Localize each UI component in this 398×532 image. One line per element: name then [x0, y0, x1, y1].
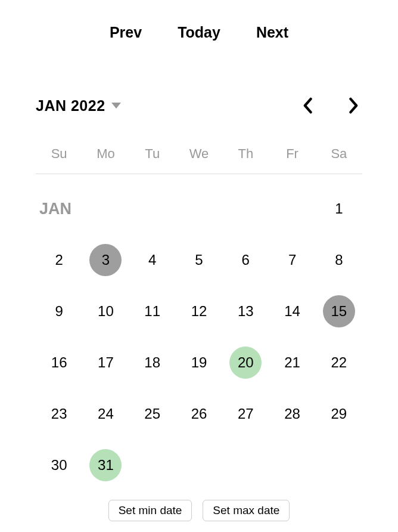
- day-number: 10: [89, 295, 122, 327]
- day-cell[interactable]: 16: [36, 346, 82, 379]
- day-number: 1: [323, 193, 355, 225]
- day-cell[interactable]: 11: [129, 295, 176, 328]
- day-cell[interactable]: 10: [82, 295, 129, 328]
- weekday-label: We: [176, 146, 222, 162]
- weekday-label: Tu: [129, 146, 176, 162]
- day-number: 25: [136, 398, 169, 430]
- day-number: 22: [323, 347, 355, 379]
- weekday-label: Mo: [82, 146, 129, 162]
- day-cell[interactable]: 13: [222, 295, 269, 328]
- day-cell[interactable]: 7: [269, 243, 315, 277]
- set-min-date-button[interactable]: Set min date: [108, 500, 192, 521]
- day-number: 26: [183, 398, 215, 430]
- day-cell[interactable]: 6: [222, 243, 269, 277]
- day-number: 23: [43, 398, 75, 430]
- day-cell[interactable]: 23: [36, 397, 82, 431]
- next-month-button[interactable]: [346, 95, 362, 116]
- day-cell[interactable]: 25: [129, 397, 176, 431]
- day-number: 7: [276, 244, 309, 276]
- prev-button[interactable]: Prev: [110, 24, 142, 41]
- day-number: 8: [323, 244, 355, 276]
- day-number: 24: [89, 398, 122, 430]
- day-cell[interactable]: 20: [222, 346, 269, 379]
- day-cell[interactable]: 4: [129, 243, 176, 277]
- day-cell[interactable]: 18: [129, 346, 176, 379]
- day-cell[interactable]: 19: [176, 346, 222, 379]
- day-cell[interactable]: 26: [176, 397, 222, 431]
- month-header: JAN 2022: [36, 95, 362, 116]
- calendar: JAN 2022 Su Mo Tu We Th: [24, 95, 374, 482]
- weekday-label: Th: [222, 146, 269, 162]
- month-year-label: JAN 2022: [36, 97, 105, 115]
- day-cell[interactable]: 12: [176, 295, 222, 328]
- chevron-left-icon: [301, 97, 313, 114]
- day-number: 13: [229, 295, 262, 327]
- day-number: 14: [276, 295, 309, 327]
- day-cell[interactable]: 14: [269, 295, 315, 328]
- set-max-date-button[interactable]: Set max date: [203, 500, 290, 521]
- day-number: 12: [183, 295, 215, 327]
- weekday-header: Su Mo Tu We Th Fr Sa: [36, 146, 362, 174]
- bottom-buttons: Set min date Set max date: [24, 500, 374, 521]
- day-number: 29: [323, 398, 355, 430]
- day-number: 30: [43, 449, 75, 481]
- day-number: 3: [89, 244, 122, 276]
- day-number: 6: [229, 244, 262, 276]
- nav-top: Prev Today Next: [24, 24, 374, 41]
- day-number: 20: [229, 347, 262, 379]
- day-number: 4: [136, 244, 169, 276]
- day-cell[interactable]: 2: [36, 243, 82, 277]
- prev-month-button[interactable]: [299, 95, 316, 116]
- day-cell[interactable]: 9: [36, 295, 82, 328]
- day-cell[interactable]: 29: [316, 397, 362, 431]
- day-number: 18: [136, 347, 169, 379]
- day-number: 16: [43, 347, 75, 379]
- day-cell[interactable]: 8: [316, 243, 362, 277]
- day-cell[interactable]: 22: [316, 346, 362, 379]
- day-cell[interactable]: 24: [82, 397, 129, 431]
- dropdown-icon: [111, 103, 121, 109]
- next-button[interactable]: Next: [256, 24, 288, 41]
- today-button[interactable]: Today: [178, 24, 220, 41]
- day-number: 27: [229, 398, 262, 430]
- month-name-row: JAN 1: [36, 192, 362, 225]
- day-number: 17: [89, 347, 122, 379]
- weekday-label: Sa: [316, 146, 362, 162]
- weekday-label: Su: [36, 146, 82, 162]
- day-cell[interactable]: 27: [222, 397, 269, 431]
- day-cell[interactable]: 5: [176, 243, 222, 277]
- day-cell[interactable]: 3: [82, 243, 129, 277]
- month-arrow-nav: [299, 95, 362, 116]
- day-cell[interactable]: 30: [36, 449, 82, 482]
- day-cell[interactable]: 21: [269, 346, 315, 379]
- day-cell[interactable]: 15: [316, 295, 362, 328]
- month-name-label: JAN: [36, 200, 82, 218]
- day-cell[interactable]: 1: [316, 192, 362, 225]
- day-number: 2: [43, 244, 75, 276]
- day-number: 9: [43, 295, 75, 327]
- month-selector[interactable]: JAN 2022: [36, 97, 121, 115]
- day-cell[interactable]: 28: [269, 397, 315, 431]
- day-cell[interactable]: 31: [82, 449, 129, 482]
- weekday-label: Fr: [269, 146, 315, 162]
- day-number: 5: [183, 244, 215, 276]
- day-number: 31: [89, 449, 122, 481]
- day-number: 15: [323, 295, 355, 327]
- day-number: 11: [136, 295, 169, 327]
- chevron-right-icon: [348, 97, 360, 114]
- day-number: 28: [276, 398, 309, 430]
- day-number: 21: [276, 347, 309, 379]
- day-cell[interactable]: 17: [82, 346, 129, 379]
- days-grid: 2345678910111213141516171819202122232425…: [36, 243, 362, 482]
- day-number: 19: [183, 347, 215, 379]
